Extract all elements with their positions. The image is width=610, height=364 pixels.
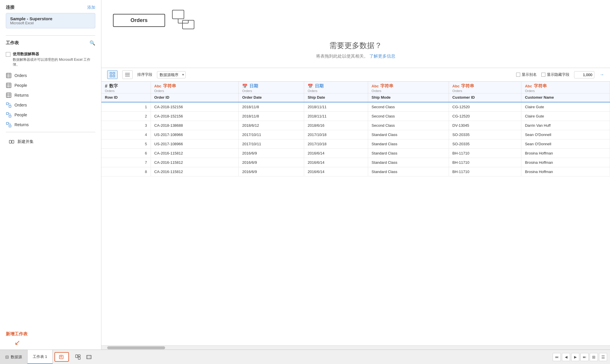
cell-shipdate: 2018/11/11 (304, 112, 368, 121)
cell-shipdate: 2016/6/14 (304, 167, 368, 177)
sheet-item-returns-relation[interactable]: Returns (3, 120, 98, 130)
list-view-button[interactable] (122, 70, 133, 79)
svg-rect-45 (76, 355, 78, 358)
datasource-tab-label: 数据源 (11, 354, 22, 360)
connection-type: Microsoft Excel (10, 21, 91, 25)
new-union-button[interactable]: 新建并集 (6, 137, 95, 147)
new-worksheet-button[interactable] (54, 352, 69, 362)
cell-customername: Brosina Hoffman (521, 158, 610, 167)
sheet-item-people-relation[interactable]: People (3, 110, 98, 120)
add-connection-button[interactable]: 添加 (87, 5, 95, 10)
cell-orderid: CA-2018-152156 (151, 102, 239, 112)
svg-rect-27 (9, 140, 11, 143)
cell-customerid: BH-11710 (449, 149, 521, 158)
cell-customername: Darrin Van Huff (521, 121, 610, 130)
toolbar-right: 显示别名 显示隐藏字段 → (516, 71, 604, 78)
datasource-tab[interactable]: ⊟ 数据源 (0, 350, 28, 364)
header-rowid: Row ID (101, 93, 151, 102)
cell-shipmode: Standard Class (368, 130, 449, 139)
sheet-item-returns-table[interactable]: Returns (3, 90, 98, 100)
rows-input[interactable] (574, 71, 594, 78)
col-type-rowid: # 数字 Orders (101, 82, 151, 93)
col-type-customerid: Abc 字符串 Orders (449, 82, 521, 93)
svg-rect-34 (110, 72, 112, 74)
new-story-button[interactable] (84, 353, 94, 361)
cell-rowid: 2 (101, 112, 151, 121)
show-hidden-label[interactable]: 显示隐藏字段 (541, 72, 569, 77)
first-page-button[interactable]: ⏮ (553, 353, 561, 361)
cell-customername: Brosina Hoffman (521, 167, 610, 177)
cell-shipmode: Second Class (368, 112, 449, 121)
table-row: 4 US-2017-108966 2017/10/11 2017/10/18 S… (101, 130, 610, 139)
cell-orderdate: 2017/10/11 (239, 139, 304, 149)
worksheets-search-icon[interactable]: 🔍 (90, 40, 95, 46)
show-alias-text: 显示别名 (522, 72, 537, 77)
cell-customername: Claire Gute (521, 112, 610, 121)
bottom-tabs: ⊟ 数据源 工作表 1 (0, 350, 96, 364)
sheet-label: People (14, 113, 27, 117)
hint-arrow: ↙ (14, 339, 95, 347)
hint-label: 新增工作表 (6, 331, 95, 337)
sheet-label: Orders (14, 73, 27, 78)
last-page-button[interactable]: ⏭ (580, 353, 589, 361)
svg-rect-28 (12, 140, 14, 143)
data-toolbar: 排序字段 数据源顺序 显示别名 显示隐藏字段 → (101, 68, 610, 82)
sort-wrapper: 数据源顺序 (157, 71, 186, 78)
cell-orderid: CA-2016-115812 (151, 149, 239, 158)
cell-shipdate: 2017/10/18 (304, 139, 368, 149)
cell-orderdate: 2018/11/8 (239, 102, 304, 112)
show-hidden-checkbox[interactable] (541, 73, 545, 77)
data-tbody: 1 CA-2018-152156 2018/11/8 2018/11/11 Se… (101, 102, 610, 177)
col-type-orderdate: 📅 日期 Orders (239, 82, 304, 93)
show-alias-label[interactable]: 显示别名 (516, 72, 537, 77)
orders-table-card[interactable]: Orders (113, 14, 165, 27)
new-dashboard-button[interactable] (73, 353, 83, 361)
cell-customerid: BH-11710 (449, 158, 521, 167)
interpreter-checkbox[interactable] (6, 52, 10, 57)
cell-customername: Claire Gute (521, 102, 610, 112)
sheet-label: Returns (14, 93, 29, 98)
table-row: 7 CA-2016-115812 2016/6/9 2016/6/14 Stan… (101, 158, 610, 167)
cell-orderid: CA-2016-115812 (151, 167, 239, 177)
cell-customerid: SO-20335 (449, 139, 521, 149)
cell-customerid: BH-11710 (449, 167, 521, 177)
interpreter-label: 使用数据解释器 (13, 52, 95, 57)
svg-rect-48 (87, 355, 91, 359)
cell-orderid: CA-2016-115812 (151, 158, 239, 167)
hscroll-bar[interactable] (101, 345, 610, 350)
worksheet1-tab[interactable]: 工作表 1 (28, 350, 53, 364)
show-alias-checkbox[interactable] (516, 73, 520, 77)
interpreter-desc: 数据解释器或许可以清理您的 Microsoft Excel 工作簿。 (13, 57, 95, 67)
divider-2 (6, 132, 95, 132)
sheet-label: Orders (14, 103, 27, 107)
list-toggle-button[interactable]: ☰ (599, 353, 607, 361)
sheet-item-people-table[interactable]: People (3, 80, 98, 90)
sort-field-label: 排序字段 (137, 72, 152, 77)
header-orderdate: Order Date (239, 93, 304, 102)
prev-page-button[interactable]: ◀ (562, 353, 570, 361)
tab-actions (71, 350, 96, 364)
sheet-item-orders-table[interactable]: Orders (3, 71, 98, 80)
cell-customername: Sean O'Donnell (521, 139, 610, 149)
cell-orderid: CA-2018-152156 (151, 112, 239, 121)
cell-rowid: 3 (101, 121, 151, 130)
table-row: 3 CA-2018-138688 2018/6/12 2018/6/16 Sec… (101, 121, 610, 130)
grid-view-button[interactable] (107, 70, 118, 79)
rows-arrow-icon[interactable]: → (600, 72, 604, 77)
cell-rowid: 7 (101, 158, 151, 167)
hscroll-thumb[interactable] (107, 346, 165, 349)
connection-item[interactable]: Sample - Superstore Microsoft Excel (6, 13, 95, 28)
svg-rect-37 (113, 75, 115, 77)
learn-more-link[interactable]: 了解更多信息 (369, 54, 395, 58)
show-hidden-text: 显示隐藏字段 (547, 72, 569, 77)
data-grid: # 数字 Orders Abc 字符串 Orders (101, 82, 610, 177)
sort-select[interactable]: 数据源顺序 (157, 71, 186, 78)
sheet-item-orders-relation[interactable]: Orders (3, 100, 98, 110)
grid-toggle-button[interactable]: ⊞ (590, 353, 598, 361)
cell-rowid: 1 (101, 102, 151, 112)
header-customerid: Customer ID (449, 93, 521, 102)
svg-rect-10 (6, 93, 11, 98)
cell-customername: Sean O'Donnell (521, 130, 610, 139)
next-page-button[interactable]: ▶ (571, 353, 579, 361)
cell-customerid: CG-12520 (449, 102, 521, 112)
